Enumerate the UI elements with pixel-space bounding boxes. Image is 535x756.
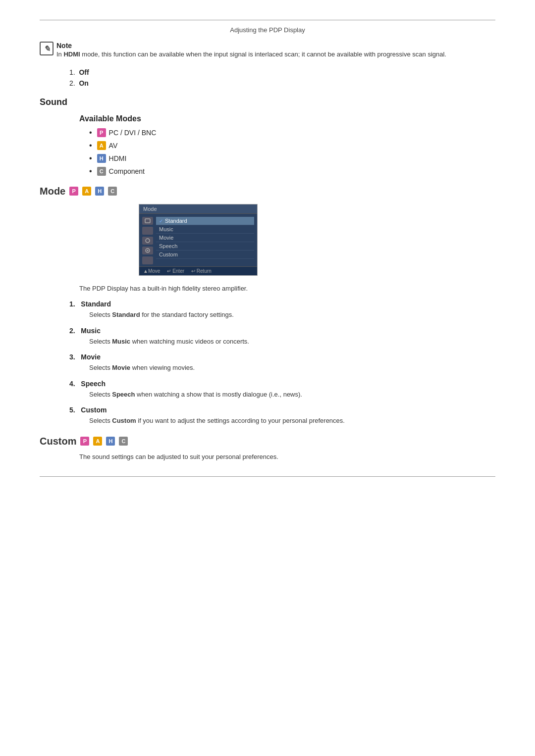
menu-row-standard[interactable]: ✓Standard xyxy=(156,217,254,225)
bullet-dot-component: • xyxy=(89,167,92,176)
av-label: AV xyxy=(109,142,118,150)
note-section: ✎ Note In HDMI mode, this function can b… xyxy=(40,42,495,59)
move-icon: ▲Move xyxy=(143,268,160,274)
note-content: In HDMI mode, this function can be avail… xyxy=(56,50,446,59)
custom-title-text: Custom xyxy=(40,436,76,447)
mode-item-music: 2. Music Selects Music when watching mus… xyxy=(40,327,495,347)
return-icon: ↩ Return xyxy=(191,268,212,274)
footer-return: ↩ Return xyxy=(191,268,212,274)
hdmi-label: HDMI xyxy=(109,154,127,162)
menu-icon-2 xyxy=(142,227,153,235)
mode-bullet-list: • P PC / DVI / BNC • A AV • H HDMI • C C… xyxy=(89,128,495,176)
menu-row-custom[interactable]: Custom xyxy=(156,251,254,259)
mode-item-speech: 4. Speech Selects Speech when watching a… xyxy=(40,380,495,400)
mode-item-standard: 1. Standard Selects Standard for the sta… xyxy=(40,300,495,320)
numbered-item-on: 2. On xyxy=(69,79,495,87)
mode-title-text: Mode xyxy=(40,186,65,197)
checkmark-standard: ✓ xyxy=(159,218,163,224)
custom-badge-a: A xyxy=(93,437,102,446)
badge-a-av: A xyxy=(97,141,106,150)
mode-menu-container: Mode xyxy=(139,204,495,276)
top-rule xyxy=(40,20,495,20)
custom-desc: Selects Custom if you want to adjust the… xyxy=(89,416,495,426)
mode-description: The PDP Display has a built-in high fide… xyxy=(79,284,495,294)
music-desc: Selects Music when watching music videos… xyxy=(89,337,495,347)
numbered-item-off: 1. Off xyxy=(69,68,495,76)
bullet-item-hdmi: • H HDMI xyxy=(89,154,495,163)
menu-content-area: ✓Standard Music Movie Speech Custom xyxy=(139,214,257,266)
menu-row-speech[interactable]: Speech xyxy=(156,242,254,251)
badge-p-pc: P xyxy=(97,128,106,137)
menu-rows: ✓Standard Music Movie Speech Custom xyxy=(156,217,254,264)
bottom-rule xyxy=(40,476,495,477)
custom-description: The sound settings can be adjusted to su… xyxy=(79,452,495,462)
mode-badge-h: H xyxy=(95,187,104,196)
sound-heading: Sound xyxy=(40,97,495,107)
custom-badge-h: H xyxy=(106,437,115,446)
mode-item-custom: 5. Custom Selects Custom if you want to … xyxy=(40,406,495,426)
page-title: Adjusting the PDP Display xyxy=(40,26,495,34)
svg-point-1 xyxy=(146,239,150,243)
mode-item-movie: 3. Movie Selects Movie when viewing movi… xyxy=(40,353,495,373)
badge-h-hdmi: H xyxy=(97,154,106,163)
mode-items-list: 1. Standard Selects Standard for the sta… xyxy=(40,300,495,426)
movie-desc: Selects Movie when viewing movies. xyxy=(89,363,495,373)
bullet-item-av: • A AV xyxy=(89,141,495,150)
speech-num: 4. Speech xyxy=(69,380,495,388)
bullet-dot-pc: • xyxy=(89,128,92,137)
bullet-dot-av: • xyxy=(89,141,92,150)
off-label: Off xyxy=(79,68,89,76)
custom-section-title: Custom P A H C xyxy=(40,436,495,447)
bullet-item-pc: • P PC / DVI / BNC xyxy=(89,128,495,137)
speech-desc: Selects Speech when watching a show that… xyxy=(89,390,495,400)
footer-enter: ↵ Enter xyxy=(167,268,184,274)
custom-badge-p: P xyxy=(80,437,89,446)
custom-badges: P A H C xyxy=(80,437,131,446)
menu-icon-5 xyxy=(142,256,153,264)
badge-c-component: C xyxy=(97,167,106,176)
menu-footer: ▲Move ↵ Enter ↩ Return xyxy=(139,266,257,275)
pc-label: PC / DVI / BNC xyxy=(109,129,157,137)
mode-badges: P A H C xyxy=(69,187,120,196)
mode-badge-a: A xyxy=(82,187,91,196)
off-on-list: 1. Off 2. On xyxy=(69,68,495,87)
menu-icon-1 xyxy=(142,217,153,225)
available-modes-heading: Available Modes xyxy=(79,114,495,123)
note-label: Note xyxy=(56,42,72,50)
menu-row-movie[interactable]: Movie xyxy=(156,234,254,242)
svg-rect-0 xyxy=(145,219,150,223)
menu-row-music[interactable]: Music xyxy=(156,225,254,234)
menu-icon-column xyxy=(142,217,153,264)
custom-badge-c: C xyxy=(119,437,128,446)
mode-menu-title: Mode xyxy=(139,204,257,214)
mode-section-title: Mode P A H C xyxy=(40,186,495,197)
component-label: Component xyxy=(109,167,145,175)
standard-num: 1. Standard xyxy=(69,300,495,308)
custom-num: 5. Custom xyxy=(69,406,495,414)
mode-menu: Mode xyxy=(139,204,258,276)
note-icon: ✎ xyxy=(40,42,54,55)
mode-badge-c: C xyxy=(108,187,117,196)
movie-num: 3. Movie xyxy=(69,353,495,361)
bullet-dot-hdmi: • xyxy=(89,154,92,163)
enter-icon: ↵ Enter xyxy=(167,268,184,274)
music-num: 2. Music xyxy=(69,327,495,335)
footer-move: ▲Move xyxy=(143,268,160,274)
bullet-item-component: • C Component xyxy=(89,167,495,176)
menu-icon-3 xyxy=(142,237,153,245)
on-label: On xyxy=(79,79,88,87)
svg-point-3 xyxy=(147,250,149,251)
menu-icon-4 xyxy=(142,247,153,254)
standard-desc: Selects Standard for the standard factor… xyxy=(89,310,495,320)
mode-badge-p: P xyxy=(69,187,78,196)
